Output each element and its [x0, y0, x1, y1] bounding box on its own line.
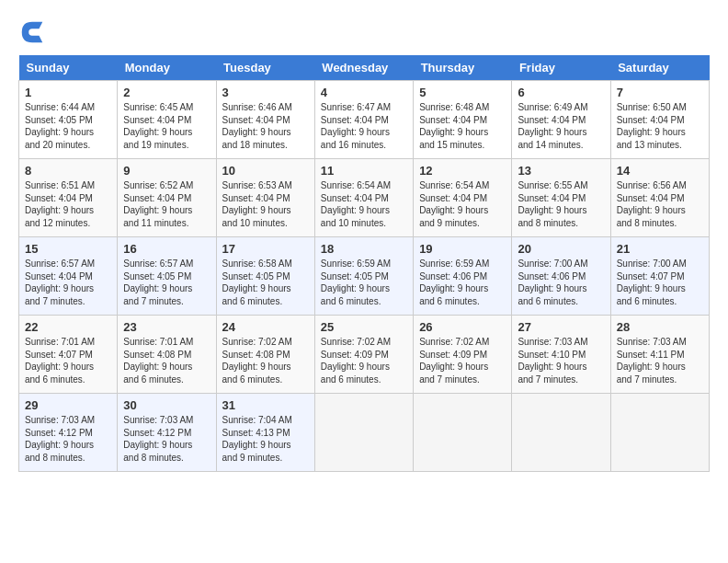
day-number: 27 — [518, 320, 604, 334]
day-number: 28 — [617, 320, 703, 334]
day-info: Sunrise: 6:54 AMSunset: 4:04 PMDaylight:… — [321, 179, 407, 229]
day-info: Sunrise: 6:47 AMSunset: 4:04 PMDaylight:… — [321, 101, 407, 151]
col-header-thursday: Thursday — [414, 55, 512, 81]
day-info: Sunrise: 7:02 AMSunset: 4:09 PMDaylight:… — [419, 336, 506, 385]
page-header — [18, 18, 710, 46]
day-number: 6 — [518, 86, 604, 99]
calendar-cell: 8 Sunrise: 6:51 AMSunset: 4:04 PMDayligh… — [19, 159, 118, 237]
calendar-week-2: 8 Sunrise: 6:51 AMSunset: 4:04 PMDayligh… — [19, 159, 710, 237]
day-number: 13 — [518, 164, 604, 178]
day-number: 21 — [617, 242, 703, 256]
calendar-cell: 9 Sunrise: 6:52 AMSunset: 4:04 PMDayligh… — [118, 159, 216, 237]
day-number: 16 — [123, 242, 210, 256]
day-number: 26 — [419, 320, 506, 334]
day-info: Sunrise: 6:52 AMSunset: 4:04 PMDaylight:… — [123, 179, 210, 229]
col-header-friday: Friday — [512, 55, 610, 81]
calendar-cell: 17 Sunrise: 6:58 AMSunset: 4:05 PMDaylig… — [216, 237, 314, 316]
day-info: Sunrise: 7:01 AMSunset: 4:07 PMDaylight:… — [25, 336, 111, 385]
calendar-week-1: 1 Sunrise: 6:44 AMSunset: 4:05 PMDayligh… — [19, 81, 710, 159]
day-number: 20 — [518, 242, 604, 256]
day-number: 1 — [25, 86, 111, 99]
day-number: 14 — [617, 164, 703, 178]
day-info: Sunrise: 6:44 AMSunset: 4:05 PMDaylight:… — [25, 101, 111, 151]
day-info: Sunrise: 7:03 AMSunset: 4:11 PMDaylight:… — [617, 336, 703, 385]
col-header-tuesday: Tuesday — [216, 55, 314, 81]
calendar-cell: 12 Sunrise: 6:54 AMSunset: 4:04 PMDaylig… — [414, 159, 512, 237]
day-info: Sunrise: 7:01 AMSunset: 4:08 PMDaylight:… — [123, 336, 210, 385]
calendar-week-4: 22 Sunrise: 7:01 AMSunset: 4:07 PMDaylig… — [19, 316, 710, 394]
calendar-cell: 25 Sunrise: 7:02 AMSunset: 4:09 PMDaylig… — [314, 316, 413, 394]
day-number: 30 — [123, 398, 210, 412]
day-info: Sunrise: 6:56 AMSunset: 4:04 PMDaylight:… — [617, 179, 703, 229]
day-info: Sunrise: 7:03 AMSunset: 4:10 PMDaylight:… — [518, 336, 604, 385]
calendar-cell: 3 Sunrise: 6:46 AMSunset: 4:04 PMDayligh… — [216, 81, 314, 159]
calendar-cell: 6 Sunrise: 6:49 AMSunset: 4:04 PMDayligh… — [512, 81, 610, 159]
calendar-cell: 29 Sunrise: 7:03 AMSunset: 4:12 PMDaylig… — [19, 394, 118, 472]
calendar-cell — [414, 394, 512, 472]
day-number: 24 — [222, 320, 309, 334]
day-info: Sunrise: 6:50 AMSunset: 4:04 PMDaylight:… — [617, 101, 703, 151]
col-header-wednesday: Wednesday — [314, 55, 413, 81]
calendar-cell: 21 Sunrise: 7:00 AMSunset: 4:07 PMDaylig… — [610, 237, 709, 316]
calendar-cell: 31 Sunrise: 7:04 AMSunset: 4:13 PMDaylig… — [216, 394, 314, 472]
day-number: 25 — [321, 320, 407, 334]
day-info: Sunrise: 6:54 AMSunset: 4:04 PMDaylight:… — [419, 179, 506, 229]
day-info: Sunrise: 6:55 AMSunset: 4:04 PMDaylight:… — [518, 179, 604, 229]
day-info: Sunrise: 6:48 AMSunset: 4:04 PMDaylight:… — [419, 101, 506, 151]
day-number: 11 — [321, 164, 407, 178]
day-info: Sunrise: 7:03 AMSunset: 4:12 PMDaylight:… — [123, 414, 210, 464]
day-number: 31 — [222, 398, 309, 412]
day-number: 3 — [222, 86, 309, 99]
calendar-cell: 10 Sunrise: 6:53 AMSunset: 4:04 PMDaylig… — [216, 159, 314, 237]
day-number: 22 — [25, 320, 111, 334]
calendar-cell: 14 Sunrise: 6:56 AMSunset: 4:04 PMDaylig… — [610, 159, 709, 237]
calendar-cell: 4 Sunrise: 6:47 AMSunset: 4:04 PMDayligh… — [314, 81, 413, 159]
calendar-cell: 27 Sunrise: 7:03 AMSunset: 4:10 PMDaylig… — [512, 316, 610, 394]
calendar-cell: 30 Sunrise: 7:03 AMSunset: 4:12 PMDaylig… — [118, 394, 216, 472]
calendar-cell: 16 Sunrise: 6:57 AMSunset: 4:05 PMDaylig… — [118, 237, 216, 316]
calendar-cell: 23 Sunrise: 7:01 AMSunset: 4:08 PMDaylig… — [118, 316, 216, 394]
calendar-cell: 5 Sunrise: 6:48 AMSunset: 4:04 PMDayligh… — [414, 81, 512, 159]
calendar-cell — [314, 394, 413, 472]
day-number: 2 — [123, 86, 210, 99]
calendar-cell: 28 Sunrise: 7:03 AMSunset: 4:11 PMDaylig… — [610, 316, 709, 394]
day-number: 4 — [321, 86, 407, 99]
calendar-cell: 15 Sunrise: 6:57 AMSunset: 4:04 PMDaylig… — [19, 237, 118, 316]
day-number: 7 — [617, 86, 703, 99]
day-info: Sunrise: 7:00 AMSunset: 4:07 PMDaylight:… — [617, 258, 703, 307]
day-number: 10 — [222, 164, 309, 178]
col-header-saturday: Saturday — [610, 55, 709, 81]
calendar-cell: 1 Sunrise: 6:44 AMSunset: 4:05 PMDayligh… — [19, 81, 118, 159]
day-info: Sunrise: 7:00 AMSunset: 4:06 PMDaylight:… — [518, 258, 604, 307]
day-info: Sunrise: 7:03 AMSunset: 4:12 PMDaylight:… — [25, 414, 111, 464]
header-row: SundayMondayTuesdayWednesdayThursdayFrid… — [19, 55, 710, 81]
calendar-cell: 2 Sunrise: 6:45 AMSunset: 4:04 PMDayligh… — [118, 81, 216, 159]
day-info: Sunrise: 6:59 AMSunset: 4:05 PMDaylight:… — [321, 258, 407, 307]
calendar-cell: 22 Sunrise: 7:01 AMSunset: 4:07 PMDaylig… — [19, 316, 118, 394]
day-number: 18 — [321, 242, 407, 256]
day-info: Sunrise: 6:58 AMSunset: 4:05 PMDaylight:… — [222, 258, 309, 307]
col-header-sunday: Sunday — [19, 55, 118, 81]
calendar-cell — [512, 394, 610, 472]
day-info: Sunrise: 6:46 AMSunset: 4:04 PMDaylight:… — [222, 101, 309, 151]
day-info: Sunrise: 7:02 AMSunset: 4:08 PMDaylight:… — [222, 336, 309, 385]
calendar-cell: 20 Sunrise: 7:00 AMSunset: 4:06 PMDaylig… — [512, 237, 610, 316]
calendar-cell: 18 Sunrise: 6:59 AMSunset: 4:05 PMDaylig… — [314, 237, 413, 316]
day-info: Sunrise: 6:45 AMSunset: 4:04 PMDaylight:… — [123, 101, 210, 151]
calendar-cell — [610, 394, 709, 472]
calendar-week-3: 15 Sunrise: 6:57 AMSunset: 4:04 PMDaylig… — [19, 237, 710, 316]
calendar-cell: 26 Sunrise: 7:02 AMSunset: 4:09 PMDaylig… — [414, 316, 512, 394]
day-info: Sunrise: 6:59 AMSunset: 4:06 PMDaylight:… — [419, 258, 506, 307]
day-info: Sunrise: 6:51 AMSunset: 4:04 PMDaylight:… — [25, 179, 111, 229]
day-number: 5 — [419, 86, 506, 99]
day-number: 8 — [25, 164, 111, 178]
day-info: Sunrise: 6:49 AMSunset: 4:04 PMDaylight:… — [518, 101, 604, 151]
day-number: 29 — [25, 398, 111, 412]
day-number: 9 — [123, 164, 210, 178]
calendar-cell: 24 Sunrise: 7:02 AMSunset: 4:08 PMDaylig… — [216, 316, 314, 394]
day-number: 15 — [25, 242, 111, 256]
calendar-cell: 7 Sunrise: 6:50 AMSunset: 4:04 PMDayligh… — [610, 81, 709, 159]
day-info: Sunrise: 6:57 AMSunset: 4:04 PMDaylight:… — [25, 258, 111, 307]
calendar-cell: 11 Sunrise: 6:54 AMSunset: 4:04 PMDaylig… — [314, 159, 413, 237]
day-number: 23 — [123, 320, 210, 334]
